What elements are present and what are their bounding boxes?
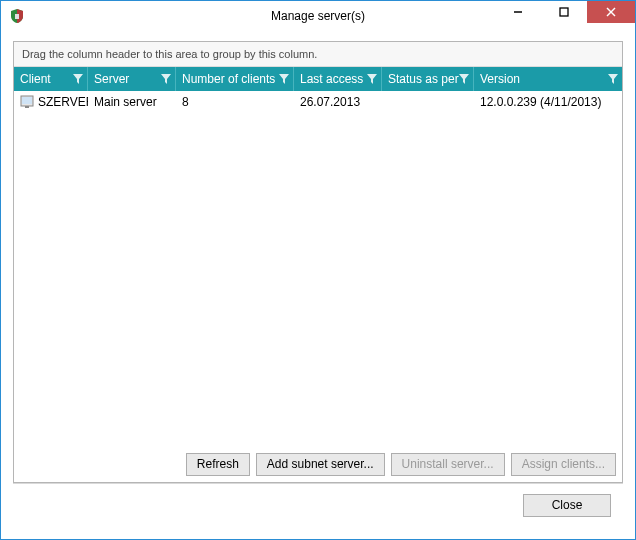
window-controls xyxy=(495,1,635,23)
titlebar[interactable]: Manage server(s) xyxy=(1,1,635,31)
cell-num-clients: 8 xyxy=(176,95,294,109)
cell-last-access: 26.07.2013 xyxy=(294,95,382,109)
cell-client: SZERVER xyxy=(14,95,88,109)
filter-icon[interactable] xyxy=(608,74,618,84)
cell-text: SZERVER xyxy=(38,95,88,109)
cell-version: 12.0.0.239 (4/11/2013) xyxy=(474,95,622,109)
cell-text: 12.0.0.239 (4/11/2013) xyxy=(480,95,601,109)
refresh-button[interactable]: Refresh xyxy=(186,453,250,476)
cell-text: 26.07.2013 xyxy=(300,95,360,109)
column-label: Version xyxy=(480,72,520,86)
close-window-button[interactable] xyxy=(587,1,635,23)
svg-rect-6 xyxy=(22,97,32,104)
dialog-bottom-bar: Close xyxy=(13,483,623,527)
column-label: Number of clients xyxy=(182,72,275,86)
close-icon xyxy=(606,7,616,17)
cell-server: Main server xyxy=(88,95,176,109)
filter-icon[interactable] xyxy=(161,74,171,84)
add-subnet-server-button[interactable]: Add subnet server... xyxy=(256,453,385,476)
minimize-icon xyxy=(513,7,523,17)
column-label: Last access xyxy=(300,72,363,86)
close-button[interactable]: Close xyxy=(523,494,611,517)
server-icon xyxy=(20,95,34,109)
column-header-server[interactable]: Server xyxy=(88,67,176,91)
column-header-num-clients[interactable]: Number of clients xyxy=(176,67,294,91)
assign-clients-button[interactable]: Assign clients... xyxy=(511,453,616,476)
svg-rect-0 xyxy=(15,14,19,19)
column-header-last-access[interactable]: Last access xyxy=(294,67,382,91)
svg-rect-2 xyxy=(560,8,568,16)
minimize-button[interactable] xyxy=(495,1,541,23)
window-frame: Manage server(s) Drag the column header … xyxy=(0,0,636,540)
column-header-client[interactable]: Client xyxy=(14,67,88,91)
grid-body[interactable]: SZERVER Main server 8 26.07.2013 xyxy=(14,91,622,445)
uninstall-server-button[interactable]: Uninstall server... xyxy=(391,453,505,476)
grid-panel: Drag the column header to this area to g… xyxy=(13,41,623,483)
grid-button-row: Refresh Add subnet server... Uninstall s… xyxy=(14,445,622,482)
filter-icon[interactable] xyxy=(73,74,83,84)
maximize-button[interactable] xyxy=(541,1,587,23)
table-row[interactable]: SZERVER Main server 8 26.07.2013 xyxy=(14,91,622,113)
cell-text: Main server xyxy=(94,95,157,109)
column-label: Server xyxy=(94,72,129,86)
column-header-status[interactable]: Status as per xyxy=(382,67,474,91)
filter-icon[interactable] xyxy=(279,74,289,84)
group-by-hint[interactable]: Drag the column header to this area to g… xyxy=(14,42,622,67)
cell-text: 8 xyxy=(182,95,189,109)
filter-icon[interactable] xyxy=(367,74,377,84)
column-label: Client xyxy=(20,72,51,86)
grid-header: Client Server Number of clients xyxy=(14,67,622,91)
app-shield-icon xyxy=(9,8,25,24)
column-header-version[interactable]: Version xyxy=(474,67,622,91)
svg-rect-7 xyxy=(25,106,29,108)
maximize-icon xyxy=(559,7,569,17)
filter-icon[interactable] xyxy=(459,74,469,84)
column-label: Status as per xyxy=(388,72,459,86)
client-area: Drag the column header to this area to g… xyxy=(1,31,635,539)
